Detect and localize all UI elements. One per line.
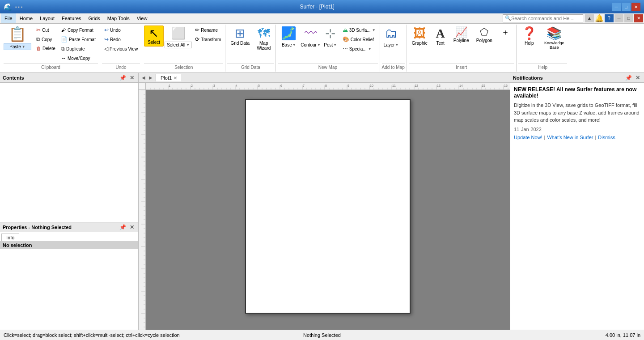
notif-links: Update Now! | What's New in Surfer | Dis…	[514, 135, 640, 140]
svg-text:11: 11	[392, 84, 396, 87]
insert-plus-btn[interactable]: ＋	[496, 26, 514, 39]
canvas-area: ◀ ▶ Plot1 ✕ 1234567891011121314151617181…	[139, 73, 510, 330]
paste-button[interactable]: 📋	[4, 26, 31, 43]
menu-view[interactable]: View	[133, 13, 151, 23]
minimize-button[interactable]: ─	[612, 3, 621, 11]
no-selection-content	[0, 249, 138, 330]
canvas-tab-next-btn[interactable]: ▶	[148, 75, 154, 80]
ribbon-group-help: ❓ Help 📚 KnowledgeBase Help	[517, 25, 569, 72]
search-box[interactable]: 🔍	[503, 14, 583, 22]
menu-home[interactable]: Home	[16, 13, 36, 23]
contour-label[interactable]: Contour ▼	[301, 42, 321, 47]
window-icon: ▪ ▪ ▪	[15, 4, 22, 9]
ribbon-restore-btn[interactable]: □	[624, 14, 633, 22]
canvas-tab-plot1[interactable]: Plot1 ✕	[156, 74, 182, 81]
whats-new-link[interactable]: What's New in Surfer	[547, 135, 593, 140]
base-container: 🗾 Base ▼	[278, 26, 300, 47]
rename-button[interactable]: ✏ Rename	[193, 26, 223, 34]
ribbon-min-btn[interactable]: ─	[614, 14, 623, 22]
post-icon: ⊹	[325, 27, 335, 40]
menu-features[interactable]: Features	[58, 13, 85, 23]
select-button[interactable]: ↖ Select	[144, 26, 164, 47]
transform-button[interactable]: ⟳ Transform	[193, 35, 223, 44]
insert-extra-btns: ＋	[496, 26, 514, 39]
ribbon: 📋 Paste ▼ ✂ Cut ⧉ Copy	[0, 23, 644, 73]
info-tab[interactable]: Info	[1, 234, 19, 241]
clipboard-small-btns2: 🖌 Copy Format 📄 Paste Format ⧉ Duplicate…	[59, 26, 98, 63]
ribbon-collapse-btn[interactable]: ▲	[585, 14, 594, 22]
svg-text:16: 16	[504, 84, 508, 87]
canvas-tab-nav: ◀ ▶	[140, 75, 154, 80]
select-all-button[interactable]: ⬜	[168, 26, 189, 42]
redo-label: Redo	[110, 37, 121, 42]
graphic-button[interactable]: 🖼 Graphic	[409, 26, 431, 47]
text-button[interactable]: A Text	[432, 26, 449, 47]
search-input[interactable]	[511, 16, 581, 21]
3d-surface-button[interactable]: ⛰ 3D Surfa... ▼	[340, 26, 378, 34]
redo-button[interactable]: ↪ Redo	[102, 35, 140, 44]
clipboard-label: Clipboard	[4, 64, 98, 71]
color-relief-button[interactable]: 🎨 Color Relief	[340, 35, 378, 44]
menu-maptools[interactable]: Map Tools	[104, 13, 133, 23]
svg-text:8: 8	[325, 84, 327, 87]
knowledge-base-button[interactable]: 📚 KnowledgeBase	[541, 26, 568, 51]
canvas-tab-prev-btn[interactable]: ◀	[140, 75, 147, 80]
duplicate-button[interactable]: ⧉ Duplicate	[59, 44, 98, 53]
properties-pin-btn[interactable]: 📌	[118, 224, 127, 230]
layer-label[interactable]: Layer ▼	[384, 42, 399, 47]
paste-label[interactable]: Paste ▼	[4, 43, 31, 50]
contour-arrow: ▼	[317, 43, 321, 47]
selection-group-content: ↖ Select ⬜ Select All ▼ ✏	[144, 26, 223, 63]
graphic-label: Graphic	[412, 41, 428, 46]
contour-button[interactable]: 〰	[301, 26, 321, 42]
insert-plus-icon: ＋	[501, 27, 509, 38]
delete-button[interactable]: 🗑 Delete	[34, 44, 58, 52]
special-icon: ⋯	[343, 46, 348, 52]
contents-close-btn[interactable]: ✕	[128, 75, 136, 81]
close-button[interactable]: ✕	[631, 3, 640, 11]
previous-view-button[interactable]: ◁ Previous View	[102, 44, 140, 53]
svg-text:7: 7	[303, 84, 305, 87]
dismiss-link[interactable]: Dismiss	[598, 135, 615, 140]
help-menu-btn[interactable]: ?	[605, 14, 614, 22]
cut-button[interactable]: ✂ Cut	[34, 26, 58, 34]
maximize-button[interactable]: □	[622, 3, 631, 11]
addtomap-group-content: 🗂 Layer ▼	[382, 26, 405, 63]
polyline-button[interactable]: 📈 Polyline	[450, 26, 472, 45]
properties-close-btn[interactable]: ✕	[128, 224, 136, 230]
post-label[interactable]: Post ▼	[322, 42, 339, 47]
copy-button[interactable]: ⧉ Copy	[34, 35, 58, 44]
menu-grids[interactable]: Grids	[85, 13, 104, 23]
menu-file[interactable]: File	[1, 13, 16, 23]
contents-header: Contents 📌 ✕	[0, 73, 138, 83]
transform-label: Transform	[201, 37, 221, 42]
post-button[interactable]: ⊹	[322, 26, 339, 42]
paste-format-button[interactable]: 📄 Paste Format	[59, 35, 98, 44]
layer-button[interactable]: 🗂	[382, 26, 401, 42]
select-all-arrow: ▼	[186, 43, 190, 47]
special-button[interactable]: ⋯ Specia... ▼	[340, 44, 378, 53]
polygon-button[interactable]: ⬠ Polygon	[473, 26, 496, 45]
copy-format-button[interactable]: 🖌 Copy Format	[59, 26, 98, 34]
map-wizard-button[interactable]: 🗺 MapWizard	[254, 26, 274, 52]
cut-icon: ✂	[36, 27, 41, 33]
undo-group-content: ↩ Undo ↪ Redo ◁ Previous View	[102, 26, 140, 63]
notifications-pin-btn[interactable]: 📌	[624, 75, 633, 81]
contents-pin-btn[interactable]: 📌	[118, 75, 127, 81]
ribbon-close-btn[interactable]: ✕	[634, 14, 643, 22]
base-label[interactable]: Base ▼	[278, 42, 300, 47]
canvas-tab-close-btn[interactable]: ✕	[174, 76, 177, 81]
base-button[interactable]: 🗾	[278, 26, 300, 42]
select-all-label[interactable]: Select All ▼	[165, 42, 192, 48]
main-layout: Contents 📌 ✕ Properties - Nothing Select…	[0, 73, 644, 330]
notifications-close-btn[interactable]: ✕	[634, 75, 641, 81]
canvas-scroll-area[interactable]	[146, 90, 510, 330]
svg-text:1: 1	[169, 84, 170, 87]
undo-btns: ↩ Undo ↪ Redo ◁ Previous View	[102, 26, 140, 53]
move-copy-button[interactable]: ↔ Move/Copy	[59, 54, 98, 63]
update-now-link[interactable]: Update Now!	[514, 135, 542, 140]
help-button[interactable]: ❓ Help	[518, 26, 540, 47]
grid-data-button[interactable]: ⊞ Grid Data	[227, 26, 253, 47]
undo-button[interactable]: ↩ Undo	[102, 26, 140, 34]
menu-layout[interactable]: Layout	[36, 13, 58, 23]
